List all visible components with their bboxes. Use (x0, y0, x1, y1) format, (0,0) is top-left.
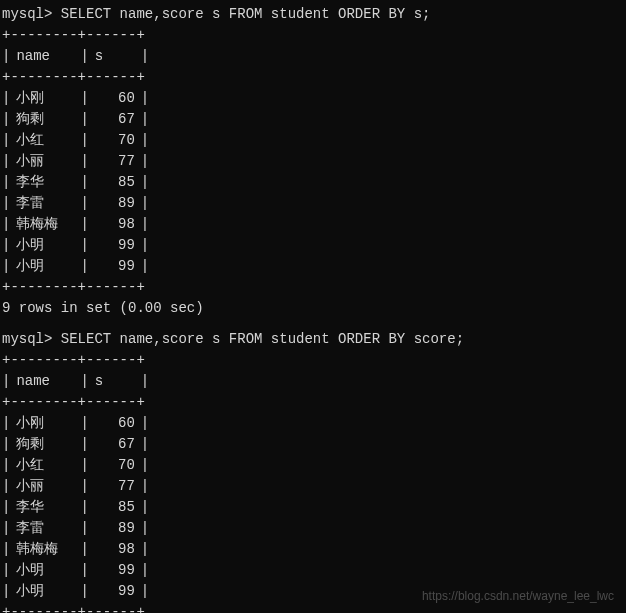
pipe-char: | (2, 371, 10, 392)
pipe-char: | (80, 214, 88, 235)
table-row: |小丽|77| (0, 151, 626, 172)
pipe-char: | (80, 371, 88, 392)
pipe-char: | (80, 130, 88, 151)
table-row: |李雷|89| (0, 518, 626, 539)
sql-command-2: SELECT name,score s FROM student ORDER B… (61, 331, 464, 347)
pipe-char: | (2, 88, 10, 109)
pipe-char: | (141, 235, 149, 256)
cell-name: 狗剩 (10, 109, 80, 130)
table-row: |小明|99| (0, 235, 626, 256)
pipe-char: | (80, 476, 88, 497)
cell-score: 85 (89, 497, 141, 518)
status-line-1: 9 rows in set (0.00 sec) (0, 298, 626, 319)
cell-name: 小明 (10, 581, 80, 602)
pipe-char: | (141, 130, 149, 151)
table-row: |小明|99| (0, 256, 626, 277)
table-row: |韩梅梅|98| (0, 539, 626, 560)
cell-score: 98 (89, 539, 141, 560)
cell-name: 狗剩 (10, 434, 80, 455)
cell-score: 70 (89, 455, 141, 476)
cell-score: 89 (89, 193, 141, 214)
pipe-char: | (141, 539, 149, 560)
table1-header-row: | name | s | (0, 46, 626, 67)
pipe-char: | (80, 193, 88, 214)
prompt-line-1: mysql> SELECT name,score s FROM student … (0, 4, 626, 25)
table-row: |小刚|60| (0, 88, 626, 109)
cell-name: 小刚 (10, 413, 80, 434)
table-row: |小红|70| (0, 130, 626, 151)
pipe-char: | (141, 172, 149, 193)
pipe-char: | (2, 172, 10, 193)
cell-name: 小明 (10, 256, 80, 277)
table-row: |小刚|60| (0, 413, 626, 434)
pipe-char: | (141, 88, 149, 109)
cell-name: 小明 (10, 560, 80, 581)
mysql-prompt: mysql> (2, 331, 61, 347)
cell-name: 李华 (10, 172, 80, 193)
pipe-char: | (141, 497, 149, 518)
cell-name: 李雷 (10, 518, 80, 539)
table-row: |李雷|89| (0, 193, 626, 214)
pipe-char: | (141, 151, 149, 172)
pipe-char: | (2, 539, 10, 560)
pipe-char: | (141, 581, 149, 602)
table1-header-s: s (89, 46, 141, 67)
pipe-char: | (2, 235, 10, 256)
table2-border-top: +--------+------+ (0, 350, 626, 371)
table-row: |小红|70| (0, 455, 626, 476)
pipe-char: | (80, 46, 88, 67)
pipe-char: | (141, 109, 149, 130)
cell-name: 李雷 (10, 193, 80, 214)
pipe-char: | (80, 235, 88, 256)
pipe-char: | (80, 172, 88, 193)
pipe-char: | (80, 88, 88, 109)
table1-border-bot: +--------+------+ (0, 277, 626, 298)
pipe-char: | (2, 46, 10, 67)
pipe-char: | (2, 560, 10, 581)
pipe-char: | (141, 46, 149, 67)
table-row: |小明|99| (0, 560, 626, 581)
pipe-char: | (141, 256, 149, 277)
pipe-char: | (2, 151, 10, 172)
prompt-line-2: mysql> SELECT name,score s FROM student … (0, 329, 626, 350)
table2-header-row: | name | s | (0, 371, 626, 392)
cell-score: 85 (89, 172, 141, 193)
pipe-char: | (2, 193, 10, 214)
cell-name: 小丽 (10, 476, 80, 497)
watermark: https://blog.csdn.net/wayne_lee_lwc (422, 587, 614, 605)
cell-name: 小刚 (10, 88, 80, 109)
cell-score: 99 (89, 581, 141, 602)
pipe-char: | (80, 434, 88, 455)
pipe-char: | (80, 581, 88, 602)
pipe-char: | (80, 256, 88, 277)
cell-name: 小红 (10, 130, 80, 151)
pipe-char: | (141, 560, 149, 581)
pipe-char: | (2, 518, 10, 539)
pipe-char: | (141, 476, 149, 497)
pipe-char: | (80, 560, 88, 581)
pipe-char: | (141, 518, 149, 539)
cell-name: 李华 (10, 497, 80, 518)
table2-border-mid: +--------+------+ (0, 392, 626, 413)
cell-name: 韩梅梅 (10, 214, 80, 235)
pipe-char: | (141, 455, 149, 476)
table2-header-s: s (89, 371, 141, 392)
table-row: |狗剩|67| (0, 434, 626, 455)
cell-score: 98 (89, 214, 141, 235)
cell-score: 60 (89, 88, 141, 109)
pipe-char: | (80, 497, 88, 518)
cell-score: 99 (89, 256, 141, 277)
table-row: |李华|85| (0, 497, 626, 518)
cell-score: 70 (89, 130, 141, 151)
table1-border-top: +--------+------+ (0, 25, 626, 46)
table1-border-mid: +--------+------+ (0, 67, 626, 88)
table-row: |韩梅梅|98| (0, 214, 626, 235)
table2-header-name: name (10, 371, 80, 392)
pipe-char: | (80, 109, 88, 130)
cell-score: 67 (89, 109, 141, 130)
pipe-char: | (2, 581, 10, 602)
pipe-char: | (141, 193, 149, 214)
pipe-char: | (2, 256, 10, 277)
cell-name: 小明 (10, 235, 80, 256)
table-row: |小丽|77| (0, 476, 626, 497)
